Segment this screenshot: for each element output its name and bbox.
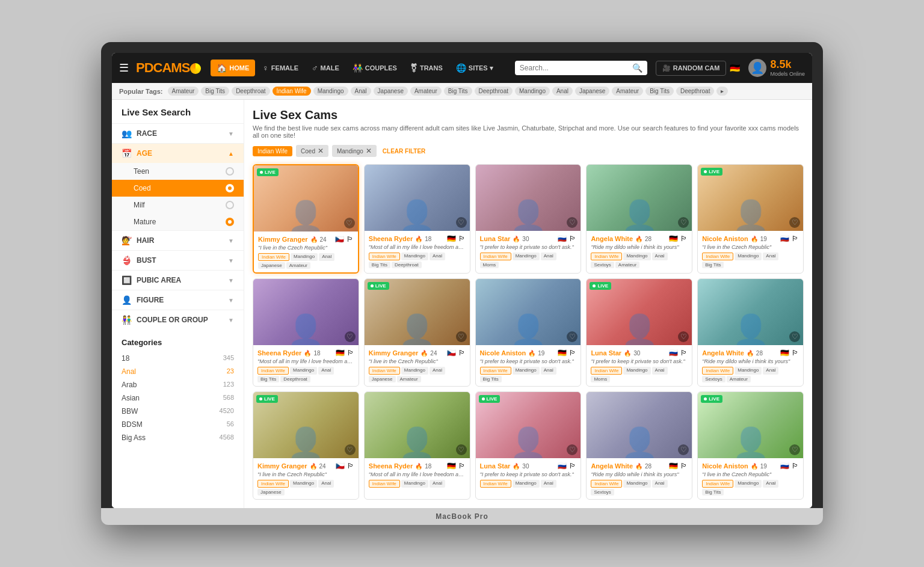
- figure-icon: 👤: [122, 295, 132, 305]
- figure-label: FIGURE: [137, 296, 223, 304]
- clear-filter-button[interactable]: CLEAR FILTER: [383, 148, 425, 155]
- pubic-icon: 🔲: [122, 275, 132, 285]
- tag-anal-2[interactable]: Anal: [552, 87, 573, 96]
- cam-card-4[interactable]: 👤 LIVE ♡ Nicole Aniston 🔥 19 🇷🇺 🏳 "I liv…: [697, 164, 804, 274]
- cam-card-9[interactable]: 👤 ♡ Angela White 🔥 28 🇩🇪 🏳 "Ride my dild…: [697, 278, 804, 387]
- favorite-icon[interactable]: ♡: [345, 444, 356, 455]
- tag-amateur-2[interactable]: Amateur: [410, 87, 442, 96]
- sidebar-item-age[interactable]: 📅 AGE ▲: [112, 144, 244, 163]
- sidebar-item-couple[interactable]: 👫 COUPLE OR GROUP ▼: [112, 310, 244, 329]
- cam-card-7[interactable]: 👤 ♡ Nicole Aniston 🔥 19 🇩🇪 🏳 "I prefer t…: [475, 278, 582, 387]
- age-option-teen[interactable]: Teen: [112, 163, 244, 180]
- cam-card-5[interactable]: 👤 ♡ Sheena Ryder 🔥 18 🇩🇪 🏳 "Most of all …: [253, 278, 359, 387]
- cam-card-12[interactable]: 👤 LIVE ♡ Luna Star 🔥 30 🇷🇺 🏳 "I prefer t…: [475, 391, 582, 500]
- nav-home[interactable]: 🏠 HOME: [211, 60, 255, 76]
- filter-mandingo-close[interactable]: ✕: [366, 147, 372, 155]
- tag-deepthroat-1[interactable]: Deepthroat: [232, 87, 270, 96]
- sidebar-item-bust[interactable]: 👙 BUST ▼: [112, 251, 244, 270]
- nav-female[interactable]: ♀ FEMALE: [256, 60, 304, 76]
- favorite-icon[interactable]: ♡: [456, 444, 467, 455]
- tag-bigtits-2[interactable]: Big Tits: [444, 87, 472, 96]
- flame-icon: 🔥: [635, 463, 642, 470]
- tag-japanese-2[interactable]: Japanese: [575, 87, 609, 96]
- cam-age: 19: [538, 350, 544, 357]
- tag-amateur-1[interactable]: Amateur: [168, 87, 199, 96]
- cam-age: 18: [313, 350, 320, 357]
- cam-info: Nicole Aniston 🔥 19 🇷🇺 🏳 "I live in the …: [698, 231, 803, 272]
- cam-card-3[interactable]: 👤 ♡ Angela White 🔥 28 🇩🇪 🏳 "Ride my dild…: [586, 164, 692, 274]
- tag-deepthroat-3[interactable]: Deepthroat: [676, 87, 714, 96]
- cam-card-14[interactable]: 👤 LIVE ♡ Nicole Aniston 🔥 19 🇷🇺 🏳 "I liv…: [697, 391, 804, 500]
- favorite-icon[interactable]: ♡: [789, 217, 800, 228]
- favorite-icon[interactable]: ♡: [345, 331, 356, 342]
- favorite-icon[interactable]: ♡: [456, 331, 467, 342]
- sidebar-item-hair[interactable]: 💇 HAIR ▼: [112, 231, 244, 250]
- cam-quote: "I live in the Czech Republic": [702, 471, 799, 477]
- category-arab[interactable]: Arab 123: [112, 378, 244, 391]
- favorite-icon[interactable]: ♡: [456, 217, 467, 228]
- cam-quote: "I live in the Czech Republic": [258, 245, 354, 251]
- search-input[interactable]: [520, 64, 632, 72]
- nav-trans[interactable]: ⚧ TRANS: [404, 60, 449, 76]
- cam-quote: "Most of all in my life I love freedom a…: [369, 471, 466, 477]
- favorite-icon[interactable]: ♡: [789, 331, 800, 342]
- cam-tag: Indian Wife: [591, 480, 622, 488]
- filter-chip-indianwife[interactable]: Indian Wife: [253, 146, 292, 156]
- cam-card-6[interactable]: 👤 LIVE ♡ Kimmy Granger 🔥 24 🇨🇿 🏳 "I live…: [364, 278, 470, 387]
- tag-japanese-1[interactable]: Japanese: [374, 87, 408, 96]
- cam-card-2[interactable]: 👤 ♡ Luna Star 🔥 30 🇷🇺 🏳 "I prefer to kee…: [475, 164, 582, 274]
- category-bigass[interactable]: Big Ass 4568: [112, 431, 244, 444]
- cam-card-11[interactable]: 👤 ♡ Sheena Ryder 🔥 18 🇩🇪 🏳 "Most of all …: [364, 391, 470, 500]
- category-18[interactable]: 18 345: [112, 352, 244, 365]
- tag-more[interactable]: ▸: [716, 87, 728, 96]
- sidebar-item-race[interactable]: 👥 RACE ▼: [112, 124, 244, 143]
- cam-quote: "Ride my dildo while i think its yours": [702, 358, 799, 364]
- cam-tag: Indian Wife: [480, 480, 511, 488]
- sidebar-item-pubic[interactable]: 🔲 PUBIC AREA ▼: [112, 271, 244, 290]
- age-option-milf[interactable]: Milf: [112, 197, 244, 213]
- models-label: Models Online: [770, 71, 805, 78]
- cam-tag: Mandingo: [291, 253, 318, 261]
- category-bbw[interactable]: BBW 4520: [112, 405, 244, 418]
- tag-mandingo-1[interactable]: Mandingo: [313, 87, 348, 96]
- cam-card-1[interactable]: 👤 ♡ Sheena Ryder 🔥 18 🇩🇪 🏳 "Most of all …: [364, 164, 470, 274]
- favorite-icon[interactable]: ♡: [789, 444, 800, 455]
- search-icon[interactable]: 🔍: [632, 63, 642, 73]
- cam-name: Nicole Aniston: [480, 349, 526, 357]
- nav-couples[interactable]: 👫 COUPLES: [346, 60, 403, 76]
- favorite-icon[interactable]: ♡: [344, 218, 355, 228]
- cam-age: 28: [645, 463, 651, 470]
- cam-card-0[interactable]: 👤 LIVE ♡ Kimmy Granger 🔥 24 🇨🇿 🏳 "I live…: [253, 164, 359, 274]
- tag-bigtits-3[interactable]: Big Tits: [645, 87, 674, 96]
- cam-flag: 🇷🇺: [780, 462, 789, 470]
- cam-card-8[interactable]: 👤 LIVE ♡ Luna Star 🔥 30 🇷🇺 🏳 "I prefer t…: [586, 278, 692, 387]
- cam-tag: Anal: [430, 480, 445, 488]
- cam-flag: 🇩🇪: [558, 349, 567, 357]
- tag-anal-1[interactable]: Anal: [351, 87, 371, 96]
- cam-tag: Moms: [591, 376, 610, 382]
- filter-chip-coed[interactable]: Coed ✕: [296, 145, 328, 157]
- nav-male[interactable]: ♂ MALE: [306, 60, 345, 76]
- tag-deepthroat-2[interactable]: Deepthroat: [475, 87, 513, 96]
- cam-card-13[interactable]: 👤 ♡ Angela White 🔥 28 🇩🇪 🏳 "Ride my dild…: [586, 391, 692, 500]
- category-anal[interactable]: Anal 23: [112, 365, 244, 378]
- language-flag[interactable]: 🇩🇪: [730, 63, 740, 73]
- category-asian[interactable]: Asian 568: [112, 391, 244, 405]
- age-option-coed[interactable]: Coed: [112, 180, 244, 197]
- filter-coed-close[interactable]: ✕: [318, 147, 324, 155]
- tag-mandingo-2[interactable]: Mandingo: [515, 87, 550, 96]
- tag-bigtits-1[interactable]: Big Tits: [201, 87, 229, 96]
- category-bdsm[interactable]: BDSM 56: [112, 418, 244, 431]
- cam-quote: "Most of all in my life I love freedom a…: [369, 244, 466, 250]
- tag-indianwife[interactable]: Indian Wife: [273, 87, 311, 96]
- cam-card-10[interactable]: 👤 LIVE ♡ Kimmy Granger 🔥 24 🇨🇿 🏳 "I live…: [253, 391, 359, 500]
- live-badge: LIVE: [701, 395, 722, 403]
- random-cam-button[interactable]: 🎥 RANDOM CAM: [656, 61, 727, 76]
- filter-chip-mandingo[interactable]: Mandingo ✕: [332, 145, 377, 157]
- tag-amateur-3[interactable]: Amateur: [612, 87, 643, 96]
- nav-sites[interactable]: 🌐 SITES ▾: [450, 60, 499, 76]
- cam-info: Sheena Ryder 🔥 18 🇩🇪 🏳 "Most of all in m…: [365, 231, 470, 272]
- hamburger-icon[interactable]: ☰: [119, 61, 129, 75]
- sidebar-item-figure[interactable]: 👤 FIGURE ▼: [112, 290, 244, 310]
- age-option-mature[interactable]: Mature: [112, 213, 244, 230]
